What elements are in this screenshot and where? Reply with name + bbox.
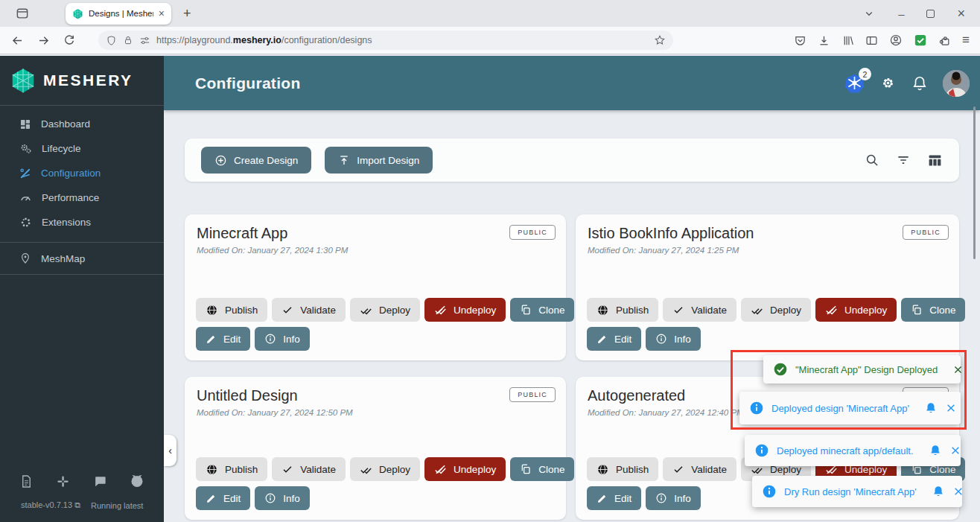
extension-check-icon[interactable] — [914, 34, 927, 47]
toast-dry-run-design[interactable]: Dry Run design 'Minecraft App' — [752, 476, 962, 507]
window-restore-button[interactable] — [926, 10, 935, 18]
toast-design-deployed[interactable]: "Minecraft App" Design Deployed — [763, 355, 961, 383]
kubernetes-context-icon[interactable]: 2 — [844, 73, 865, 93]
sidebar-item-dashboard[interactable]: Dashboard — [0, 112, 164, 136]
design-title: Untitled Design — [197, 387, 298, 404]
toast-close-icon[interactable] — [952, 486, 964, 497]
grid-view-icon[interactable] — [927, 153, 943, 168]
version-label[interactable]: stable-v0.7.13 ⧉ — [21, 500, 80, 510]
user-avatar[interactable] — [943, 70, 970, 97]
sidebar-item-meshmap[interactable]: MeshMap — [0, 243, 164, 274]
toast-close-icon[interactable] — [945, 402, 957, 414]
new-tab-button[interactable]: + — [183, 6, 191, 22]
tab-title: Designs | Meshery — [89, 9, 153, 18]
deploy-button[interactable]: Deploy — [741, 298, 811, 322]
sidebar-toggle-icon[interactable] — [865, 34, 878, 47]
pencil-icon — [206, 493, 217, 504]
success-check-icon — [773, 362, 788, 377]
info-button[interactable]: Info — [646, 486, 701, 510]
deploy-button[interactable]: Deploy — [350, 457, 420, 481]
clone-button[interactable]: Clone — [510, 457, 574, 481]
back-icon[interactable] — [10, 34, 25, 48]
toast-close-icon[interactable] — [952, 364, 964, 375]
notifications-bell-icon[interactable] — [911, 75, 928, 92]
sidebar-collapse-handle[interactable]: ‹ — [164, 435, 176, 466]
github-icon[interactable] — [130, 474, 144, 488]
docs-icon[interactable] — [19, 474, 34, 488]
downloads-icon[interactable] — [818, 34, 830, 47]
validate-button[interactable]: Validate — [272, 457, 346, 481]
toast-message: "Minecraft App" Design Deployed — [795, 364, 938, 375]
toast-bell-icon[interactable] — [932, 485, 945, 498]
sidebar-item-extensions[interactable]: Extensions — [0, 210, 164, 235]
library-icon[interactable] — [841, 34, 854, 47]
clone-button[interactable]: Clone — [510, 298, 574, 322]
tab-list-chevron-icon[interactable] — [862, 7, 876, 20]
edit-button[interactable]: Edit — [587, 486, 641, 510]
publish-button[interactable]: Publish — [587, 298, 658, 322]
edit-button[interactable]: Edit — [196, 486, 250, 510]
toast-bell-icon[interactable] — [924, 401, 938, 415]
publish-button[interactable]: Publish — [587, 457, 658, 481]
sidebar-item-lifecycle[interactable]: Lifecycle — [0, 136, 164, 161]
validate-button[interactable]: Validate — [272, 298, 346, 322]
permissions-icon[interactable] — [139, 35, 150, 46]
bookmark-star-icon[interactable] — [654, 34, 666, 46]
toast-close-icon[interactable] — [949, 445, 961, 456]
forward-icon[interactable] — [36, 34, 51, 48]
account-icon[interactable] — [889, 34, 903, 47]
url-bar[interactable]: https://playground.meshery.io/configurat… — [98, 31, 673, 50]
browser-tab[interactable]: Designs | Meshery × — [66, 3, 171, 25]
deploy-button[interactable]: Deploy — [350, 298, 420, 322]
tab-close-icon[interactable]: × — [159, 8, 165, 19]
undeploy-label: Undeploy — [454, 305, 496, 316]
firefox-view-icon[interactable] — [15, 6, 30, 21]
slack-icon[interactable] — [56, 474, 70, 488]
clone-label: Clone — [538, 464, 564, 475]
chat-icon[interactable] — [93, 474, 107, 488]
pencil-icon — [596, 334, 608, 345]
filter-icon[interactable] — [896, 153, 911, 168]
undeploy-icon — [434, 463, 447, 476]
search-icon[interactable] — [865, 153, 879, 168]
meshery-logo[interactable]: MESHERY — [0, 56, 164, 105]
info-button[interactable]: Info — [255, 327, 310, 351]
validate-button[interactable]: Validate — [663, 457, 736, 481]
info-button[interactable]: Info — [646, 327, 701, 351]
toast-deployed-minecraft-app[interactable]: Deployed minecraft app/default. — [745, 435, 961, 466]
publish-button[interactable]: Publish — [196, 457, 267, 481]
page-scrollbar-thumb[interactable] — [973, 106, 976, 259]
sidebar-item-configuration[interactable]: Configuration — [0, 161, 164, 185]
shield-icon[interactable] — [106, 35, 117, 46]
toast-message: Deployed minecraft app/default. — [777, 445, 914, 456]
extensions-puzzle-icon[interactable] — [938, 34, 951, 47]
sidebar-item-performance[interactable]: Performance — [0, 185, 164, 210]
window-close-button[interactable]: × — [957, 6, 965, 22]
globe-icon — [596, 463, 609, 476]
design-modified-date: Modified On: January 27, 2024 12:40 PM — [588, 408, 744, 417]
pocket-icon[interactable] — [794, 34, 806, 47]
undeploy-button[interactable]: Undeploy — [424, 457, 506, 481]
configuration-tools-icon — [19, 168, 31, 179]
design-modified-date: Modified On: January 27, 2024 12:50 PM — [197, 408, 353, 417]
info-label: Info — [674, 493, 691, 504]
info-button[interactable]: Info — [255, 486, 310, 510]
design-title: Autogenerated — [588, 387, 685, 404]
edit-button[interactable]: Edit — [196, 327, 250, 351]
lock-icon[interactable] — [123, 35, 133, 45]
edit-button[interactable]: Edit — [587, 327, 641, 351]
toast-deployed-design[interactable]: Deployed design 'Minecraft App' — [739, 392, 961, 424]
menu-hamburger-icon[interactable]: ≡ — [962, 33, 970, 48]
publish-button[interactable]: Publish — [196, 298, 267, 322]
toast-bell-icon[interactable] — [929, 444, 942, 457]
window-minimize-button[interactable]: – — [898, 7, 904, 20]
import-design-button[interactable]: Import Design — [325, 147, 433, 174]
design-actions: Publish Validate Deploy Undeploy Clone E… — [196, 457, 574, 510]
undeploy-button[interactable]: Undeploy — [424, 298, 506, 322]
clone-button[interactable]: Clone — [901, 298, 965, 322]
create-design-button[interactable]: Create Design — [201, 147, 311, 174]
validate-button[interactable]: Validate — [663, 298, 736, 322]
settings-gear-icon[interactable] — [879, 74, 897, 92]
reload-icon[interactable] — [63, 34, 76, 47]
undeploy-button[interactable]: Undeploy — [815, 298, 897, 322]
